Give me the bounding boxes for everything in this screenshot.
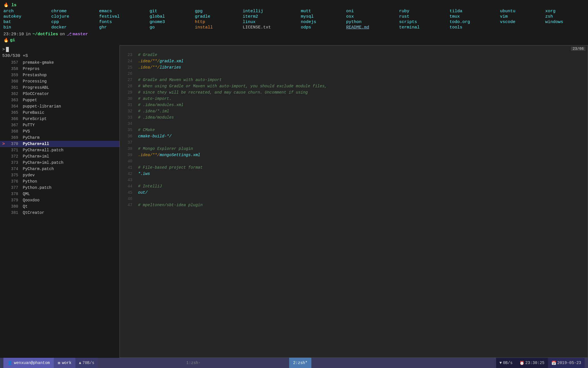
prompt-line: 23:29:10 in ~/dotfiles on ⎇ master	[3, 32, 585, 37]
row-number: 370	[7, 142, 18, 146]
row-filename: PyCharm+iml.patch	[23, 160, 63, 165]
row-number: 358	[7, 67, 18, 71]
list-item[interactable]: 367 PuTTY	[0, 122, 120, 128]
list-item[interactable]: 376 Python	[0, 178, 120, 185]
line-num: 24	[122, 59, 132, 63]
row-filename: Processing	[23, 79, 47, 84]
cursor-prompt: >	[2, 47, 5, 52]
list-item[interactable]: 368 PVS	[0, 128, 120, 135]
code-line-23: 23 # Gradle	[120, 52, 588, 58]
up-arrow-icon: ▲	[79, 361, 81, 365]
row-filename: Prepros	[23, 67, 40, 71]
list-item[interactable]: 364 puppet-librarian	[0, 103, 120, 109]
code-line-32: 32 # .idea/*.iml	[120, 108, 588, 114]
code-line-28: 28 # When using Gradle or Maven with aut…	[120, 83, 588, 89]
file-osx: osx	[346, 14, 390, 19]
row-filename-current: PyCharm+all	[23, 142, 49, 146]
row-filename: Python.patch	[23, 185, 52, 190]
row-arrow: >	[2, 142, 7, 146]
line-num: 47	[122, 203, 132, 207]
row-filename: Puppet	[23, 98, 37, 102]
line-num: 26	[122, 71, 132, 76]
row-number: 369	[7, 135, 18, 140]
file-odps: odps	[301, 25, 338, 30]
file-empty1	[500, 25, 537, 30]
line-num: 43	[122, 178, 132, 182]
file-ubuntu: ubuntu	[500, 9, 537, 14]
file-go: go	[149, 25, 186, 30]
row-number: 374	[7, 167, 18, 171]
cursor-line: >	[0, 46, 120, 53]
list-item[interactable]: 369 PyCharm	[0, 135, 120, 141]
row-filename: PyCharm+iml	[23, 154, 49, 159]
file-windows: windows	[545, 20, 585, 24]
file-cpp: cpp	[51, 20, 91, 24]
code-line-26: 26	[120, 71, 588, 77]
file-listing: arch chrome emacs git gpg intellij mutt …	[3, 9, 585, 30]
row-filename: pydev	[23, 173, 35, 177]
row-number: 368	[7, 129, 18, 134]
list-item[interactable]: 378 QML	[0, 191, 120, 197]
list-item-selected[interactable]: > 370 PyCharm+all	[0, 141, 120, 147]
zsh2-label: 2:zsh*	[293, 361, 307, 365]
row-number: 363	[7, 98, 18, 102]
status-time: ⏰ 23:30:25	[516, 358, 548, 368]
list-item[interactable]: 362 PSoCCreator	[0, 91, 120, 97]
code-content: # .idea/*.iml	[138, 109, 169, 113]
file-bat: bat	[3, 20, 43, 24]
file-mutt: mutt	[301, 9, 338, 14]
row-filename: PureBasic	[23, 110, 44, 115]
list-item[interactable]: 358 Prepros	[0, 66, 120, 72]
list-item[interactable]: 372 PyCharm+iml	[0, 153, 120, 160]
line-num: 31	[122, 103, 132, 107]
cursor-block	[6, 47, 9, 52]
list-item[interactable]: 377 Python.patch	[0, 185, 120, 191]
row-number: 375	[7, 173, 18, 177]
code-line-39: 39 .idea/**/mongoSettings.xml	[120, 152, 588, 158]
row-filename: puppet-librarian	[23, 104, 61, 109]
line-num: 37	[122, 140, 132, 145]
windows-icon: ⊞	[58, 361, 60, 365]
row-number: 362	[7, 92, 18, 96]
code-content: # since they will be recreated, and may …	[138, 90, 308, 95]
file-tools: tools	[449, 25, 491, 30]
list-item[interactable]: 360 Processing	[0, 78, 120, 84]
clock-icon: ⏰	[519, 361, 524, 365]
file-global: global	[149, 14, 186, 19]
list-item[interactable]: 373 PyCharm+iml.patch	[0, 160, 120, 166]
line-num: 36	[122, 134, 132, 138]
main-area: > 530/530 +S 357 premake-gmake 358 Prepr…	[0, 45, 588, 358]
code-line-41: 41 # File-based project format	[120, 164, 588, 171]
code-content: # Gradle and Maven with auto-import	[138, 78, 222, 82]
code-content: # File-based project format	[138, 165, 203, 170]
row-filename: PSoCCreator	[23, 92, 49, 96]
list-item[interactable]: 374 PyCharm.patch	[0, 166, 120, 172]
line-num: 29	[122, 90, 132, 95]
file-install: install	[195, 25, 234, 30]
file-gradle: gradle	[195, 14, 234, 19]
list-item[interactable]: 375 pydev	[0, 172, 120, 178]
list-item[interactable]: 361 ProgressABL	[0, 84, 120, 91]
code-content: # .idea/modules	[138, 115, 174, 120]
row-filename: Prestashop	[23, 73, 47, 77]
code-line-42: 42 *.iws	[120, 171, 588, 177]
list-item[interactable]: 380 Qt	[0, 203, 120, 210]
list-item[interactable]: 363 Puppet	[0, 97, 120, 103]
code-line-44: 44 # IntelliJ	[120, 183, 588, 189]
list-item[interactable]: 381 QtCreator	[0, 210, 120, 216]
row-filename: PVS	[23, 129, 30, 134]
code-line-43: 43	[120, 177, 588, 183]
list-item[interactable]: 359 Prestashop	[0, 72, 120, 78]
file-vim: vim	[500, 14, 537, 19]
file-scripts: scripts	[399, 20, 441, 24]
list-item[interactable]: 379 Qooxdoo	[0, 197, 120, 203]
list-item[interactable]: 357 premake-gmake	[0, 59, 120, 66]
file-docker: docker	[51, 25, 91, 30]
code-content: .idea/**/mongoSettings.xml	[138, 153, 200, 157]
gi-command-line: 🔥 gi	[3, 38, 585, 43]
calendar-icon: 📅	[551, 361, 556, 365]
list-item[interactable]: 366 PureScript	[0, 116, 120, 122]
list-item[interactable]: 365 PureBasic	[0, 109, 120, 116]
row-number: 367	[7, 123, 18, 127]
list-item[interactable]: 371 PyCharm+all.patch	[0, 147, 120, 153]
